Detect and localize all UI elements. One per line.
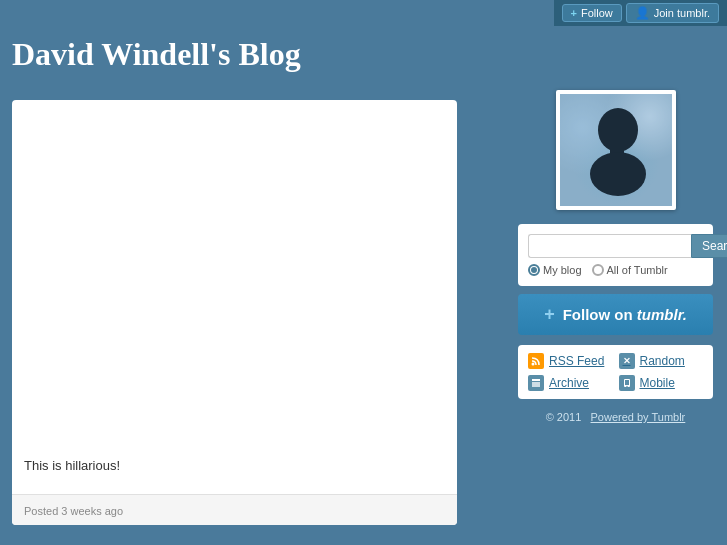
rss-feed-link[interactable]: RSS Feed bbox=[528, 353, 613, 369]
archive-link[interactable]: Archive bbox=[528, 375, 613, 391]
post-area bbox=[12, 100, 457, 465]
svg-point-0 bbox=[598, 108, 638, 152]
plus-icon: + bbox=[571, 7, 577, 19]
svg-point-3 bbox=[532, 363, 535, 366]
join-tumblr-button[interactable]: 👤 Join tumblr. bbox=[626, 3, 719, 23]
search-widget: Search My blog All of Tumblr bbox=[518, 224, 713, 286]
copyright: © 2011 bbox=[546, 411, 582, 423]
sidebar: Search My blog All of Tumblr + Follow on… bbox=[518, 90, 713, 423]
join-label: Join tumblr. bbox=[654, 7, 710, 19]
follow-button[interactable]: + Follow bbox=[562, 4, 622, 22]
powered-by-tumblr-link[interactable]: Powered by Tumblr bbox=[591, 411, 686, 423]
links-grid: RSS Feed ✕ Random Archive bbox=[518, 345, 713, 399]
alltumblr-radio[interactable] bbox=[592, 264, 604, 276]
archive-label: Archive bbox=[549, 376, 589, 390]
avatar-silhouette bbox=[576, 102, 656, 206]
svg-rect-4 bbox=[532, 379, 540, 381]
main-content: This is hillarious! Posted 3 weeks ago bbox=[12, 100, 457, 525]
svg-rect-7 bbox=[625, 380, 629, 385]
avatar-background bbox=[560, 94, 672, 206]
follow-on-tumblr-button[interactable]: + Follow on tumblr. bbox=[518, 294, 713, 335]
post-text: This is hillarious! bbox=[24, 458, 120, 473]
myblog-radio[interactable] bbox=[528, 264, 540, 276]
svg-point-8 bbox=[626, 386, 627, 387]
alltumblr-option[interactable]: All of Tumblr bbox=[592, 264, 668, 276]
follow-plus-icon: + bbox=[544, 304, 555, 325]
post-footer: Posted 3 weeks ago bbox=[12, 494, 457, 525]
rss-icon bbox=[528, 353, 544, 369]
search-input[interactable] bbox=[528, 234, 691, 258]
random-link[interactable]: ✕ Random bbox=[619, 353, 704, 369]
svg-point-2 bbox=[590, 152, 646, 196]
avatar bbox=[556, 90, 676, 210]
blog-title: David Windell's Blog bbox=[12, 36, 301, 73]
myblog-label: My blog bbox=[543, 264, 582, 276]
mobile-label: Mobile bbox=[640, 376, 675, 390]
search-options: My blog All of Tumblr bbox=[528, 264, 703, 276]
follow-on-label: Follow on tumblr. bbox=[563, 306, 687, 323]
person-icon: 👤 bbox=[635, 6, 650, 20]
myblog-option[interactable]: My blog bbox=[528, 264, 582, 276]
mobile-link[interactable]: Mobile bbox=[619, 375, 704, 391]
top-bar: + Follow 👤 Join tumblr. bbox=[554, 0, 727, 26]
svg-rect-5 bbox=[532, 382, 540, 387]
random-label: Random bbox=[640, 354, 685, 368]
post-date: Posted 3 weeks ago bbox=[24, 505, 123, 517]
alltumblr-label: All of Tumblr bbox=[607, 264, 668, 276]
random-icon: ✕ bbox=[619, 353, 635, 369]
mobile-icon bbox=[619, 375, 635, 391]
search-row: Search bbox=[528, 234, 703, 258]
archive-icon bbox=[528, 375, 544, 391]
rss-label: RSS Feed bbox=[549, 354, 604, 368]
sidebar-footer: © 2011 Powered by Tumblr bbox=[518, 411, 713, 423]
follow-label: Follow bbox=[581, 7, 613, 19]
search-button[interactable]: Search bbox=[691, 234, 727, 258]
